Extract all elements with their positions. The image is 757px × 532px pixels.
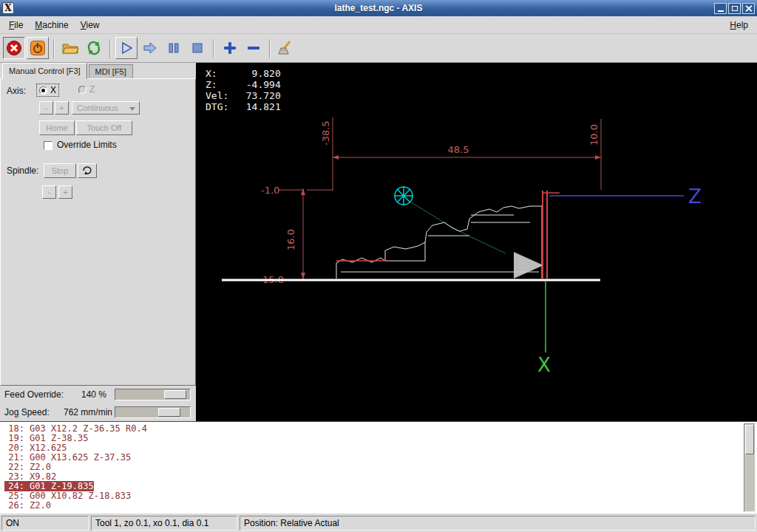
minimize-icon (718, 10, 724, 12)
jog-mode-dropdown[interactable]: Continuous (72, 101, 140, 115)
menu-view[interactable]: View (75, 18, 106, 33)
toolpath-preview (410, 202, 506, 253)
slider-handle[interactable] (158, 408, 180, 417)
slider-handle[interactable] (164, 390, 186, 399)
menu-machine[interactable]: Machine (29, 18, 74, 33)
estop-icon (6, 40, 22, 56)
machine-power-button[interactable] (27, 37, 49, 59)
dim-top-label: -1.0 (261, 185, 279, 196)
stop-icon (189, 40, 206, 56)
open-file-button[interactable] (59, 37, 81, 59)
chevron-down-icon (129, 107, 135, 111)
radio-indicator (39, 86, 47, 95)
program-listing[interactable]: 18:G03 X12.2 Z-36.35 R0.4 19:G01 Z-38.35… (0, 421, 757, 514)
tool-cone (514, 252, 543, 279)
clear-plot-button[interactable] (275, 37, 297, 59)
control-panel: Manual Control [F3] MDI [F5] Axis: X Z -… (0, 63, 196, 421)
open-file-icon (61, 41, 79, 55)
spindle-stop-button[interactable]: Stop (44, 163, 76, 178)
dro-readout: X: 9.820 Z: -4.994 Vel: 73.720 DTG: 14.8… (206, 68, 281, 112)
window-icon: X (2, 2, 14, 14)
step-icon (142, 40, 158, 56)
preview-canvas[interactable]: 48.5 -38.5 10.0 -1.0 16.0 15.8 (196, 63, 757, 421)
spindle-minus-button[interactable]: - (42, 185, 56, 199)
dim-height-label: 16.0 (285, 229, 296, 250)
axis-x-radio[interactable]: X (36, 83, 59, 97)
jog-speed-value: 762 mm/min (64, 407, 112, 417)
reload-icon (86, 40, 102, 56)
override-limits-checkbox[interactable] (44, 141, 52, 150)
estop-button[interactable] (3, 37, 25, 59)
zoom-in-icon (222, 40, 238, 56)
machine-state-cell: ON (1, 516, 89, 531)
program-line[interactable]: 25:G00 X10.82 Z-18.833 (4, 491, 739, 501)
feed-override-slider[interactable] (115, 389, 191, 400)
spindle-forward-button[interactable] (78, 163, 97, 178)
zoom-out-button[interactable] (242, 37, 265, 59)
pause-icon (166, 40, 182, 56)
program-line[interactable]: 21:G00 X13.625 Z-37.35 (4, 453, 739, 463)
dro-vel: Vel: 73.720 (206, 90, 281, 101)
program-line[interactable]: 26:Z2.0 (4, 501, 739, 511)
jog-speed-row: Jog Speed: 762 mm/min (0, 403, 196, 421)
axis-z-radio[interactable]: Z (76, 83, 97, 95)
jog-speed-label: Jog Speed: (4, 407, 50, 417)
jog-mode-value: Continuous (77, 103, 118, 112)
menu-help[interactable]: Help (724, 18, 754, 33)
program-line[interactable]: 18:G03 X12.2 Z-36.35 R0.4 (4, 424, 739, 434)
dro-z: Z: -4.994 (206, 79, 281, 90)
toolbar-separator (269, 39, 271, 58)
pause-button[interactable] (163, 37, 185, 59)
reload-button[interactable] (83, 37, 105, 59)
jog-minus-button[interactable]: - (39, 101, 53, 115)
program-line[interactable]: 19:G01 Z-38.35 (4, 434, 739, 443)
run-icon (118, 40, 135, 56)
zoom-in-button[interactable] (219, 37, 241, 59)
maximize-icon (732, 6, 738, 11)
clear-plot-icon (278, 40, 294, 56)
jog-speed-slider[interactable] (115, 406, 191, 418)
spindle-forward-icon (81, 165, 93, 175)
tab-manual-control[interactable]: Manual Control [F3] (2, 63, 87, 79)
feed-override-label: Feed Override: (4, 389, 64, 400)
dim-left-label: -38.5 (320, 120, 331, 146)
spindle-label: Spindle: (7, 166, 38, 176)
feed-override-value: 140 % (81, 389, 106, 400)
close-button[interactable] (742, 3, 755, 14)
spindle-plus-button[interactable]: + (58, 185, 72, 199)
close-icon (745, 5, 752, 12)
toolbar-separator (53, 39, 55, 58)
scrollbar-thumb[interactable] (745, 425, 754, 454)
menu-file[interactable]: File (3, 18, 29, 33)
toolbar-separator (213, 39, 214, 58)
power-icon (30, 40, 46, 56)
tab-bar: Manual Control [F3] MDI [F5] (0, 63, 196, 79)
program-scrollbar[interactable] (744, 423, 756, 512)
program-lines: 18:G03 X12.2 Z-36.35 R0.4 19:G01 Z-38.35… (4, 424, 739, 511)
titlebar[interactable]: X lathe_test.ngc - AXIS (0, 0, 757, 16)
tool-marker-icon (394, 186, 413, 205)
radio-indicator (78, 86, 86, 94)
touch-off-button[interactable]: Touch Off (76, 120, 132, 135)
stop-button[interactable] (186, 37, 208, 59)
override-limits-label: Override Limits (57, 140, 117, 150)
tab-mdi[interactable]: MDI [F5] (89, 64, 133, 79)
jog-plus-button[interactable]: + (55, 101, 69, 115)
home-button[interactable]: Home (39, 120, 75, 135)
step-button[interactable] (139, 37, 161, 59)
maximize-button[interactable] (728, 3, 741, 14)
feed-override-row: Feed Override: 140 % (0, 386, 196, 403)
axis-z-radio-label: Z (89, 84, 95, 95)
program-line[interactable]: 23:X9.82 (4, 472, 739, 482)
program-line[interactable]: 22:Z2.0 (4, 463, 739, 472)
dro-dtg: DTG: 14.821 (206, 101, 281, 112)
toolbar-separator (109, 39, 111, 58)
manual-control-pane: Axis: X Z - + Continuous Home Touch Off (0, 78, 196, 386)
axis-window: X lathe_test.ngc - AXIS File Machine Vie… (0, 0, 757, 532)
position-mode-cell: Position: Relative Actual (240, 516, 756, 531)
run-button[interactable] (115, 37, 138, 59)
x-axis-label: X (537, 354, 551, 376)
dim-width-label: 48.5 (448, 144, 469, 155)
minimize-button[interactable] (714, 3, 727, 14)
window-title: lathe_test.ngc - AXIS (0, 3, 757, 13)
